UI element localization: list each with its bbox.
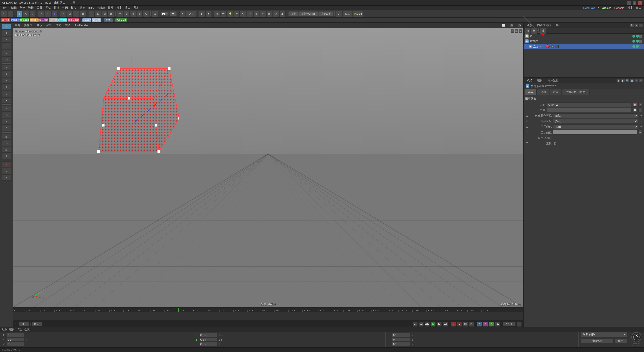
coord-p-btn[interactable]: ↕ [412,338,413,341]
obj-tag-btn2[interactable]: × [555,45,559,48]
prop-back-btn[interactable]: ◀ [616,79,620,83]
deformer-obj[interactable]: ≋ [247,11,253,17]
snap-btn[interactable]: ⊡ [152,11,158,17]
left-tool12[interactable]: ◈ [2,97,11,103]
menu-edit[interactable]: 编辑 [10,5,18,10]
menu-script[interactable]: 脚本 [115,5,124,10]
ring-select[interactable]: ⊞ [102,11,108,17]
vp-menu-prorender[interactable]: ProRender [75,24,88,27]
vp-menu-display[interactable]: 显示 [36,23,42,27]
left-tool7[interactable]: ⊛ [2,65,11,71]
tl-keyframe[interactable]: ⌘ [463,322,468,327]
bottom-tab-edit[interactable]: 编辑 [9,328,15,331]
dot-btn[interactable]: ● [179,11,185,17]
prop-options-btn[interactable]: ≡ [634,79,638,83]
left-rotate-tool[interactable]: ↻ [2,43,11,49]
left-scale-tool[interactable]: ⤡ [2,37,11,43]
menu-redshift[interactable]: Redshift [613,6,626,10]
prop-name-edit-btn[interactable]: ✎ [638,103,642,107]
coord-p-input[interactable] [392,338,410,342]
bottom-tab-object[interactable]: 对象 [2,328,7,331]
left-tool11[interactable]: ⊙ [2,91,11,97]
left-tool23[interactable]: ⊠ [2,174,11,181]
prop-layer-pick-btn[interactable]: ⬜ [633,108,637,112]
menu-window2[interactable]: 窗口 [634,5,643,10]
menu-character[interactable]: 角色 [87,5,95,10]
tag-green1[interactable]: 球形体域 [20,18,29,22]
extrude-tool[interactable]: ⊕ [124,11,130,17]
start-frame-input[interactable] [19,322,29,326]
left-tool13[interactable]: ≋ [2,106,11,112]
prop-check3[interactable]: ☑ [525,125,529,129]
prop-name-color-btn[interactable]: ■ [633,103,637,107]
null-obj[interactable]: ◇ [214,11,220,17]
menu-xparticles[interactable]: X-Particles [596,6,613,10]
end-frame-input[interactable] [503,322,516,326]
menu-render[interactable]: 渲染 [78,5,87,10]
point-mode[interactable]: · [73,11,79,17]
effector-obj[interactable]: ∞ [260,11,266,17]
prop-color-pick[interactable]: ✏ [638,130,642,134]
tl-play-fwd[interactable]: ▶ [431,322,436,327]
obj-delete[interactable]: 删 [531,28,537,34]
coord-x-input[interactable] [7,333,24,337]
left-tool16[interactable]: S [2,125,11,131]
tag-cyan[interactable]: 软选择域 [58,18,67,22]
tab-scene[interactable]: 场景 [525,23,534,28]
menu-help[interactable]: 帮助 [132,5,141,10]
left-tool15[interactable]: ∞ [2,119,11,125]
maximize-button[interactable]: □ [633,1,636,5]
coord-b-input[interactable] [392,342,410,346]
tag-purple[interactable]: 圆环体域 [39,18,48,22]
prop-close-btn[interactable]: × [639,79,643,83]
coord-sz-btn[interactable]: ↕ [224,343,225,346]
tag-blue3[interactable]: 声音域 [92,18,101,22]
prop-check1[interactable]: ☑ [525,114,529,118]
viewport[interactable]: Y X Z Number of emitters: 0 Total live p… [13,28,523,307]
bottom-tab-misc[interactable]: 收收 [24,328,30,331]
prop-search-btn[interactable]: 🔍 [625,79,629,83]
tab-layers[interactable]: 层 [554,23,561,28]
prop-color-swatch[interactable] [553,130,637,135]
prop-tab-object[interactable]: 对象 [550,89,562,95]
obj-close[interactable]: × [639,23,643,27]
left-tool6[interactable]: ◎ [2,56,11,62]
obj-item-cube1[interactable]: ▣ 立方体.1 ⚙ × [524,44,644,49]
left-tool9[interactable]: ⊗ [2,78,11,84]
prop-htab-edit[interactable]: 编辑 [535,78,545,83]
obj-item-particle[interactable]: ⚪ 粒子 [524,34,644,39]
menu-anim[interactable]: 动画 [61,5,69,10]
select-all[interactable]: ⬚ [89,11,95,17]
field-obj[interactable]: ◉ [266,11,272,17]
tag-blue2[interactable]: 渲染颜色 [82,18,91,22]
prop-tab-basic[interactable]: 基本 [525,89,537,95]
prop-select-body-vis[interactable]: 默认 开启 关闭 [553,113,638,118]
knife-tool[interactable]: ✂ [117,11,123,17]
timeline-track-area[interactable] [13,312,523,320]
obj-search[interactable]: 🔍 [630,23,634,27]
obj-new[interactable]: 新 [525,28,531,34]
tag-orange[interactable]: 圆柱体域 [30,18,39,22]
volume-obj[interactable]: ⬡ [273,11,279,17]
left-tool8[interactable]: ✦ [2,71,11,77]
left-tool22[interactable]: ⊟ [2,168,11,174]
sound-btn[interactable]: ♪ [336,11,342,17]
menu-flowline[interactable]: 流线线 [95,5,106,10]
tag-pink[interactable]: 环境吸收域 [68,18,79,22]
object-mode[interactable]: ○ [60,11,66,17]
coord-mode-select[interactable]: 对象 (相对) 世界 对象 [581,332,627,337]
tl-psr-scale[interactable]: R [489,322,494,327]
bottom-tab-scene[interactable]: 场次 [17,328,22,331]
obj-tag-btn1[interactable]: ⚙ [551,45,554,48]
tl-auto-key[interactable]: ● [457,322,462,327]
coord-z-input[interactable] [7,342,24,346]
vp-settings[interactable]: ⚙ [518,23,522,27]
z-axis-btn[interactable]: Z [51,11,57,17]
tl-last-frame[interactable]: ⏭ [443,322,448,327]
prop-tab-coord[interactable]: 坐标 [537,89,549,95]
mograph-obj[interactable]: ⊞ [253,11,259,17]
qr-btn[interactable]: QR [186,11,196,17]
coord-y-btn[interactable]: ↕ [26,338,27,341]
tag-blue1[interactable]: 立方体域 [11,18,20,22]
light-obj[interactable]: 💡 [227,11,233,17]
